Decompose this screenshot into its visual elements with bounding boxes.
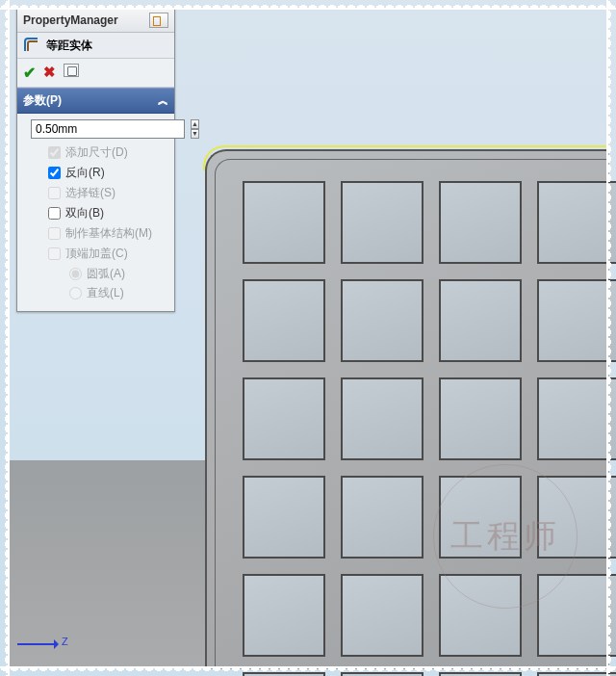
cap-arc-radio bbox=[69, 268, 82, 280]
cap-line-radio bbox=[69, 287, 82, 299]
cap-ends-checkbox bbox=[48, 247, 61, 260]
make-base-option: 制作基体结构(M) bbox=[48, 225, 167, 242]
hole bbox=[341, 181, 424, 264]
hole bbox=[439, 181, 522, 264]
cancel-button[interactable]: ✖ bbox=[43, 64, 56, 82]
pm-layout-toggle-icon[interactable] bbox=[149, 13, 168, 28]
hole bbox=[243, 377, 325, 460]
bidirectional-label: 双向(B) bbox=[65, 205, 104, 221]
cap-arc-option: 圆弧(A) bbox=[69, 266, 167, 282]
hole bbox=[341, 574, 424, 657]
pm-title: PropertyManager bbox=[23, 13, 118, 27]
axis-z-arrow bbox=[17, 643, 58, 645]
add-dimensions-option: 添加尺寸(D) bbox=[48, 144, 167, 161]
select-chain-checkbox bbox=[48, 187, 61, 199]
axis-z-label: Z bbox=[62, 636, 68, 647]
hole bbox=[243, 574, 325, 657]
model-hole-grid bbox=[243, 181, 616, 676]
hole bbox=[341, 279, 424, 362]
offset-distance-input[interactable] bbox=[31, 119, 185, 139]
select-chain-label: 选择链(S) bbox=[65, 185, 116, 201]
hole bbox=[243, 279, 325, 362]
offset-entities-icon bbox=[23, 37, 40, 54]
reverse-option[interactable]: 反向(R) bbox=[48, 165, 167, 181]
pushpin-button[interactable] bbox=[64, 64, 79, 77]
hole bbox=[537, 672, 616, 676]
make-base-checkbox bbox=[48, 227, 61, 240]
hole bbox=[243, 672, 325, 676]
pm-header: PropertyManager bbox=[17, 9, 174, 33]
hole bbox=[341, 672, 424, 676]
property-manager-panel: PropertyManager 等距实体 ✔ ✖ 参数(P) ︽ D ▲ ▼ bbox=[16, 8, 175, 312]
options-list: 添加尺寸(D) 反向(R) 选择链(S) 双向(B) 制作基体结构(M) 顶端加… bbox=[25, 144, 167, 301]
ok-button[interactable]: ✔ bbox=[23, 64, 36, 82]
feature-title-row: 等距实体 bbox=[17, 33, 174, 59]
hole bbox=[439, 377, 522, 460]
offset-distance-row: D ▲ ▼ bbox=[25, 119, 167, 139]
cap-ends-label: 顶端加盖(C) bbox=[65, 246, 128, 262]
hole bbox=[439, 672, 522, 676]
confirm-toolbar: ✔ ✖ bbox=[17, 59, 174, 88]
chevron-up-icon: ︽ bbox=[158, 93, 168, 108]
cap-arc-label: 圆弧(A) bbox=[87, 266, 125, 282]
hole bbox=[341, 377, 424, 460]
hole bbox=[243, 476, 325, 559]
selected-edge-highlight bbox=[203, 145, 609, 170]
bidirectional-option[interactable]: 双向(B) bbox=[48, 205, 167, 221]
cap-ends-option: 顶端加盖(C) bbox=[48, 246, 167, 262]
bidirectional-checkbox[interactable] bbox=[48, 207, 61, 220]
params-group-header[interactable]: 参数(P) ︽ bbox=[17, 88, 174, 114]
cap-line-option: 直线(L) bbox=[69, 285, 167, 301]
hole bbox=[439, 279, 522, 362]
hole bbox=[537, 279, 616, 362]
reverse-checkbox[interactable] bbox=[48, 167, 61, 179]
hole bbox=[537, 377, 616, 460]
watermark-text: 工程师 bbox=[450, 514, 560, 559]
make-base-label: 制作基体结构(M) bbox=[65, 225, 152, 242]
params-group-body: D ▲ ▼ 添加尺寸(D) 反向(R) 选择链(S) 双 bbox=[17, 114, 174, 311]
distance-spinner: ▲ ▼ bbox=[191, 119, 199, 139]
cap-ends-suboptions: 圆弧(A) 直线(L) bbox=[48, 266, 167, 301]
add-dimensions-label: 添加尺寸(D) bbox=[65, 144, 128, 161]
add-dimensions-checkbox bbox=[48, 146, 61, 159]
cap-line-label: 直线(L) bbox=[87, 285, 124, 301]
feature-name: 等距实体 bbox=[46, 38, 92, 54]
hole bbox=[537, 181, 616, 264]
spin-down-button[interactable]: ▼ bbox=[191, 129, 199, 139]
params-group-title: 参数(P) bbox=[23, 92, 62, 109]
watermark: 工程师 bbox=[433, 464, 578, 609]
hole bbox=[341, 476, 424, 559]
reverse-label: 反向(R) bbox=[65, 165, 105, 181]
select-chain-option: 选择链(S) bbox=[48, 185, 167, 201]
spin-up-button[interactable]: ▲ bbox=[191, 119, 199, 129]
hole bbox=[243, 181, 325, 264]
